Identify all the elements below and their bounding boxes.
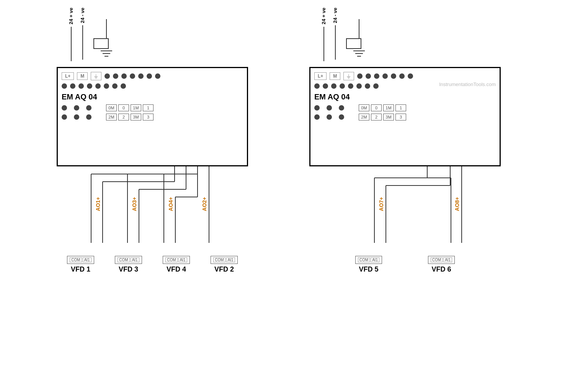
vfd5-label: VFD 5	[359, 265, 378, 273]
vfd6-label: VFD 6	[431, 265, 451, 273]
vfd3-item: COM AI1 VFD 3	[115, 256, 142, 273]
right-power-minus-label: 24 - ve	[332, 8, 338, 23]
right-terminal-m: M	[330, 72, 340, 80]
right-vfd-row: COM AI1 VFD 5 COM AI1 VFD 6	[309, 256, 501, 273]
right-out-3: 3	[395, 114, 406, 120]
right-power-plus-line	[323, 27, 324, 61]
right-terminal-lplus: L+	[314, 72, 327, 80]
power-minus-line	[82, 25, 83, 60]
ground-symbol-left	[101, 19, 112, 67]
right-out-3m: 3M	[383, 114, 394, 120]
vfd5-com: COM	[358, 257, 370, 262]
vfd6-com: COM	[431, 257, 443, 262]
power-plus-line	[71, 27, 72, 61]
right-module-label: EM AQ 04	[314, 93, 496, 101]
left-terminal-m: M	[77, 72, 88, 80]
watermark: InstrumentationTools.com	[439, 81, 496, 87]
right-out-1m: 1M	[383, 104, 394, 111]
left-module-label: EM AQ 04	[62, 93, 243, 101]
right-dot-row4: 2M 2 3M 3	[314, 114, 496, 120]
left-dot-5	[138, 73, 144, 79]
vfd1-com: COM	[70, 257, 82, 262]
right-output-row2: 2M 2 3M 3	[359, 114, 406, 120]
vfd3-ai1: AI1	[131, 257, 139, 262]
right-out-2: 2	[371, 114, 382, 120]
left-dot-row4: 2M 2 3M 3	[62, 114, 243, 120]
left-dot-7	[155, 73, 160, 79]
vfd5-item: COM AI1 VFD 5	[355, 256, 382, 273]
main-container: 24 + ve 24 - ve	[0, 0, 588, 371]
vfd1-box: COM AI1	[67, 256, 94, 264]
left-module-box: L+ M ⏚	[57, 67, 248, 166]
right-section: 24 + ve 24 - ve InstrumentationToo	[309, 8, 531, 281]
right-out-2m: 2M	[359, 114, 369, 120]
right-module-box: InstrumentationTools.com L+ M ⏚	[309, 67, 501, 166]
right-out-0: 0	[371, 104, 382, 111]
vfd6-item: COM AI1 VFD 6	[428, 256, 455, 273]
power-plus-label: 24 + ve	[68, 8, 74, 24]
vfd1-ai1: AI1	[83, 257, 91, 262]
vfd2-box: COM AI1	[211, 256, 237, 264]
right-wiring-area: AO7+ AO8+ COM AI1 VFD 5 COM	[309, 166, 501, 281]
vfd2-ai1: AI1	[226, 257, 235, 262]
power-minus-label: 24 - ve	[80, 8, 85, 23]
left-out-3: 3	[143, 114, 154, 120]
vfd4-box: COM AI1	[163, 256, 189, 264]
right-dot-row3: 0M 0 1M 1	[314, 104, 496, 111]
left-terminal-row1: L+ M ⏚	[62, 72, 243, 80]
vfd3-label: VFD 3	[119, 265, 138, 273]
right-output-row1: 0M 0 1M 1	[359, 104, 406, 111]
vfd5-ai1: AI1	[371, 257, 379, 262]
left-wiring-area: AO1+ AO3+ AO4+ AO2+ COM AI1 VFD 1	[57, 166, 248, 281]
left-dot-row3: 0M 0 1M 1	[62, 104, 243, 111]
left-dot-6	[147, 73, 152, 79]
vfd4-item: COM AI1 VFD 4	[163, 256, 189, 273]
left-out-3m: 3M	[131, 114, 141, 120]
ao2-label: AO2+	[201, 197, 207, 213]
right-power-minus-line	[335, 25, 336, 60]
left-out-0m: 0M	[106, 104, 117, 111]
left-vfd-row: COM AI1 VFD 1 COM AI1 VFD 3 COM	[57, 256, 248, 273]
vfd6-ai1: AI1	[443, 257, 452, 262]
left-out-1m: 1M	[131, 104, 141, 111]
left-section: 24 + ve 24 - ve	[57, 8, 279, 281]
left-dot-2	[113, 73, 118, 79]
ground-symbol-right	[353, 19, 365, 67]
vfd1-label: VFD 1	[71, 265, 90, 273]
ao8-label: AO8+	[454, 197, 460, 213]
left-out-2m: 2M	[106, 114, 117, 120]
right-power-plus-wire: 24 + ve	[321, 8, 327, 67]
right-power-minus-wire: 24 - ve	[332, 8, 338, 67]
left-out-1: 1	[143, 104, 154, 111]
left-dot-1	[105, 73, 110, 79]
vfd4-label: VFD 4	[167, 265, 186, 273]
ao4-label: AO4+	[168, 197, 174, 213]
vfd3-box: COM AI1	[115, 256, 142, 264]
vfd3-com: COM	[118, 257, 129, 262]
power-plus-wire: 24 + ve	[68, 8, 74, 67]
vfd6-box: COM AI1	[428, 256, 455, 264]
vfd1-item: COM AI1 VFD 1	[67, 256, 94, 273]
right-terminal-row1: L+ M ⏚	[314, 72, 496, 80]
ao3-label: AO3+	[131, 197, 137, 213]
left-output-row1: 0M 0 1M 1	[106, 104, 154, 111]
left-dot-4	[130, 73, 135, 79]
left-out-0: 0	[118, 104, 129, 111]
ao7-label: AO7+	[378, 197, 384, 213]
left-dot-3	[121, 73, 127, 79]
right-out-0m: 0M	[359, 104, 369, 111]
left-terminal-lplus: L+	[62, 72, 74, 80]
vfd4-ai1: AI1	[178, 257, 187, 262]
vfd4-com: COM	[165, 257, 177, 262]
vfd2-com: COM	[213, 257, 225, 262]
left-output-row2: 2M 2 3M 3	[106, 114, 154, 120]
left-dot-row2	[62, 83, 243, 89]
ao1-label: AO1+	[95, 197, 101, 213]
vfd2-item: COM AI1 VFD 2	[211, 256, 237, 273]
left-ground-terminal: ⏚	[91, 72, 101, 80]
vfd2-label: VFD 2	[214, 265, 234, 273]
right-out-1: 1	[395, 104, 406, 111]
right-power-plus-label: 24 + ve	[321, 8, 327, 24]
right-ground-terminal: ⏚	[343, 72, 354, 80]
power-minus-wire: 24 - ve	[80, 8, 85, 67]
